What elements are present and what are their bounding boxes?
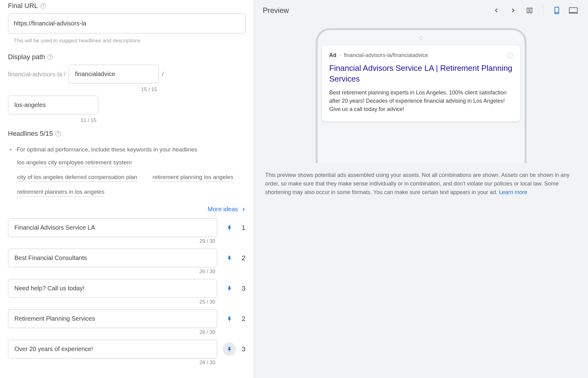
preview-note: This preview shows potential ads assembl… <box>254 163 588 205</box>
keyword-suggestion[interactable]: los angeles city employee retirement sys… <box>17 159 132 167</box>
pin-position: 2 <box>242 254 246 262</box>
final-url-label-text: Final URL <box>8 2 38 10</box>
ad-top-row: Ad · financial-advisors-la/financialadvi… <box>329 52 513 59</box>
pin-icon <box>226 316 232 322</box>
preview-panel: Preview Ad · financial-advisors-la/finan… <box>254 0 588 378</box>
path1-input[interactable] <box>69 65 159 83</box>
preview-title: Preview <box>263 6 486 15</box>
pin-position: 1 <box>242 224 246 232</box>
columns-icon <box>526 7 533 14</box>
phone-speaker-icon <box>419 36 423 40</box>
pin-icon <box>226 346 232 352</box>
svg-rect-4 <box>569 8 577 13</box>
display-path-label: Display path ? <box>8 53 246 61</box>
chevron-right-icon <box>510 7 516 13</box>
ad-badge: Ad <box>329 52 336 59</box>
pin-position: 3 <box>242 345 246 353</box>
path1-box: 15 / 15 <box>69 65 159 93</box>
display-path-label-text: Display path <box>8 53 45 61</box>
learn-more-link[interactable]: Learn more <box>499 189 527 195</box>
help-icon[interactable]: ? <box>47 54 53 60</box>
ad-headline: Financial Advisors Service LA | Retireme… <box>329 63 513 84</box>
phone-frame: Ad · financial-advisors-la/financialadvi… <box>316 28 526 163</box>
headlines-label-text: Headlines 5/15 <box>8 130 53 138</box>
more-ideas-link[interactable]: More ideas <box>208 206 246 213</box>
pin-icon <box>226 285 232 292</box>
svg-rect-1 <box>530 8 532 13</box>
pin-button[interactable] <box>223 342 236 356</box>
headline-char-count: 25 / 30 <box>8 299 215 305</box>
keyword-suggestion[interactable]: retirement planners in los angeles <box>17 189 104 197</box>
keyword-list: los angeles city employee retirement sys… <box>17 159 246 197</box>
headline-row: 1 <box>8 218 246 237</box>
headline-input[interactable] <box>8 340 217 358</box>
display-path-row: financial-advisors-la / 15 / 15 / 11 / 1… <box>8 65 246 124</box>
headline-row: 2 <box>8 249 246 267</box>
path-slash: / <box>162 65 164 78</box>
desktop-icon <box>569 7 578 14</box>
columns-button[interactable] <box>523 4 536 17</box>
display-path-domain: financial-advisors-la / <box>8 65 66 78</box>
headline-input[interactable] <box>8 218 217 237</box>
final-url-helper: This will be used to suggest headlines a… <box>13 38 246 44</box>
ad-preview-card: Ad · financial-advisors-la/financialadvi… <box>322 45 520 121</box>
help-icon[interactable]: ? <box>40 3 46 9</box>
path2-count: 11 / 15 <box>81 117 96 124</box>
headline-input[interactable] <box>8 279 217 298</box>
path2-input[interactable] <box>8 96 98 114</box>
ad-separator: · <box>339 52 341 59</box>
pin-button[interactable] <box>223 251 236 265</box>
headline-row: 3 <box>8 279 246 298</box>
path1-count: 15 / 15 <box>141 86 157 93</box>
pin-position: 2 <box>242 315 246 323</box>
headlines-container: 129 / 30226 / 30325 / 30228 / 30328 / 30 <box>8 218 246 366</box>
chevron-up-icon <box>8 147 13 152</box>
pin-button[interactable] <box>223 312 236 326</box>
final-url-label: Final URL ? <box>8 2 246 10</box>
ad-description: Best retirement planning experts in Los … <box>329 89 513 113</box>
final-url-input[interactable] <box>8 13 246 33</box>
pin-icon <box>226 225 232 231</box>
mobile-icon <box>553 6 561 14</box>
path2-box: 11 / 15 <box>8 96 98 124</box>
headline-char-count: 28 / 30 <box>8 360 215 366</box>
headlines-label: Headlines 5/15 ? <box>8 130 246 138</box>
desktop-preview-button[interactable] <box>567 4 579 17</box>
more-ideas-text: More ideas <box>208 206 238 213</box>
svg-rect-0 <box>527 8 529 13</box>
chevron-right-icon <box>241 207 246 212</box>
headline-char-count: 26 / 30 <box>8 269 215 275</box>
keyword-suggestion[interactable]: city of los angeles deferred compensatio… <box>17 174 137 182</box>
editor-panel: Final URL ? This will be used to suggest… <box>0 0 254 378</box>
more-ideas-row: More ideas <box>8 206 246 213</box>
toolbar-divider <box>543 4 543 17</box>
help-icon[interactable]: ? <box>55 131 61 136</box>
ad-display-url: financial-advisors-la/financialadvice <box>344 52 428 59</box>
pin-position: 3 <box>242 284 246 292</box>
mobile-preview-button[interactable] <box>551 4 563 17</box>
svg-rect-2 <box>555 7 559 14</box>
pin-button[interactable] <box>223 221 236 235</box>
chevron-left-icon <box>493 7 499 13</box>
keyword-tip-row[interactable]: For optimal ad performance, include thes… <box>8 146 246 153</box>
headline-row: 2 <box>8 309 246 328</box>
headline-char-count: 29 / 30 <box>8 238 215 244</box>
pin-button[interactable] <box>223 282 236 295</box>
headline-input[interactable] <box>8 249 217 267</box>
next-ad-button[interactable] <box>507 4 519 17</box>
phone-frame-wrap: Ad · financial-advisors-la/financialadvi… <box>254 21 588 163</box>
headline-input[interactable] <box>8 309 217 328</box>
pin-icon <box>226 255 232 261</box>
headline-char-count: 28 / 30 <box>8 329 215 335</box>
prev-ad-button[interactable] <box>490 4 503 17</box>
keyword-suggestion[interactable]: retirement planning los angeles <box>153 174 233 182</box>
preview-header: Preview <box>254 0 588 21</box>
info-icon[interactable]: i <box>507 53 513 58</box>
keyword-tip-text: For optimal ad performance, include thes… <box>17 146 197 153</box>
headline-row: 3 <box>8 340 246 358</box>
